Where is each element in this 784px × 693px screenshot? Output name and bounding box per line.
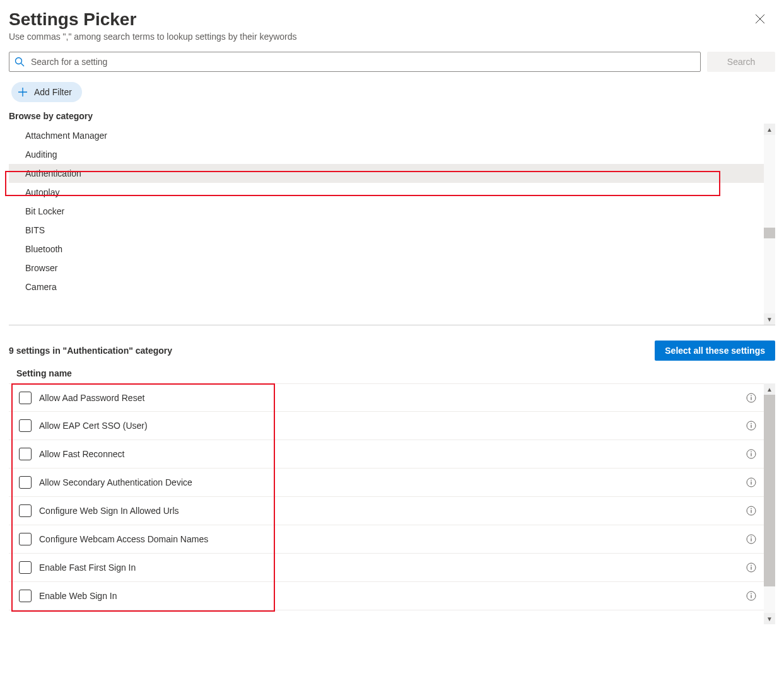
- svg-rect-19: [751, 539, 751, 542]
- setting-label: Allow Aad Password Reset: [39, 393, 746, 403]
- svg-rect-22: [751, 567, 751, 570]
- search-button[interactable]: Search: [707, 52, 775, 72]
- svg-point-3: [751, 395, 752, 396]
- page-title: Settings Picker: [9, 9, 136, 30]
- info-icon[interactable]: [746, 562, 756, 573]
- svg-line-1: [21, 64, 25, 67]
- svg-rect-7: [751, 425, 751, 428]
- close-icon[interactable]: [755, 14, 765, 24]
- setting-checkbox[interactable]: [19, 504, 32, 517]
- setting-checkbox[interactable]: [19, 590, 32, 602]
- svg-rect-25: [751, 595, 751, 598]
- setting-label: Allow EAP Cert SSO (User): [39, 421, 746, 431]
- setting-row[interactable]: Enable Fast First Sign In: [9, 554, 764, 582]
- browse-by-category-label: Browse by category: [9, 111, 775, 121]
- scroll-track[interactable]: [764, 395, 775, 613]
- results-count-label: 9 settings in "Authentication" category: [9, 346, 172, 356]
- setting-name-column-header: Setting name: [9, 368, 775, 378]
- setting-label: Enable Fast First Sign In: [39, 562, 746, 573]
- scroll-up-arrow-icon[interactable]: ▲: [764, 124, 775, 135]
- plus-icon: [18, 87, 28, 97]
- svg-rect-16: [751, 510, 751, 513]
- category-item[interactable]: Attachment Manager: [9, 126, 764, 145]
- info-icon[interactable]: [746, 506, 756, 516]
- category-item[interactable]: Bluetooth: [9, 240, 764, 259]
- setting-row[interactable]: Allow Secondary Authentication Device: [9, 469, 764, 497]
- search-input[interactable]: [30, 53, 695, 71]
- svg-rect-4: [751, 397, 751, 400]
- setting-checkbox[interactable]: [19, 533, 32, 545]
- setting-row[interactable]: Allow EAP Cert SSO (User): [9, 412, 764, 440]
- category-item[interactable]: Camera: [9, 277, 764, 296]
- add-filter-button[interactable]: Add Filter: [11, 82, 82, 102]
- category-scrollbar[interactable]: ▲ ▼: [764, 124, 775, 325]
- setting-label: Allow Fast Reconnect: [39, 449, 746, 459]
- svg-point-24: [751, 593, 752, 595]
- svg-point-9: [751, 451, 752, 453]
- svg-rect-10: [751, 453, 751, 457]
- scroll-thumb[interactable]: [764, 395, 775, 586]
- info-icon[interactable]: [746, 449, 756, 459]
- add-filter-label: Add Filter: [34, 87, 72, 97]
- settings-scrollbar[interactable]: ▲ ▼: [764, 383, 775, 624]
- svg-point-21: [751, 565, 752, 566]
- category-list: Attachment ManagerAuditingAuthentication…: [9, 124, 764, 325]
- setting-checkbox[interactable]: [19, 448, 32, 460]
- scroll-up-arrow-icon[interactable]: ▲: [764, 383, 775, 395]
- scroll-down-arrow-icon[interactable]: ▼: [764, 613, 775, 624]
- svg-rect-13: [751, 482, 751, 485]
- setting-row[interactable]: Configure Web Sign In Allowed Urls: [9, 497, 764, 525]
- info-icon[interactable]: [746, 393, 756, 403]
- svg-point-0: [16, 58, 22, 64]
- info-icon[interactable]: [746, 477, 756, 487]
- setting-checkbox[interactable]: [19, 476, 32, 489]
- category-item[interactable]: Bit Locker: [9, 202, 764, 221]
- search-box[interactable]: [9, 52, 701, 72]
- search-icon: [15, 57, 25, 67]
- category-item[interactable]: Authentication: [9, 164, 764, 183]
- select-all-button[interactable]: Select all these settings: [655, 341, 775, 361]
- scroll-thumb[interactable]: [764, 228, 775, 238]
- setting-row[interactable]: Allow Fast Reconnect: [9, 440, 764, 469]
- category-item[interactable]: Autoplay: [9, 183, 764, 202]
- setting-checkbox[interactable]: [19, 561, 32, 574]
- category-item[interactable]: BITS: [9, 221, 764, 240]
- page-subtitle: Use commas "," among search terms to loo…: [9, 32, 775, 42]
- info-icon[interactable]: [746, 421, 756, 431]
- info-icon[interactable]: [746, 534, 756, 544]
- setting-label: Allow Secondary Authentication Device: [39, 477, 746, 487]
- setting-label: Enable Web Sign In: [39, 591, 746, 601]
- setting-row[interactable]: Configure Webcam Access Domain Names: [9, 525, 764, 554]
- svg-point-15: [751, 508, 752, 510]
- svg-point-12: [751, 480, 752, 481]
- category-item[interactable]: Browser: [9, 259, 764, 277]
- setting-label: Configure Webcam Access Domain Names: [39, 534, 746, 544]
- scroll-track[interactable]: [764, 135, 775, 313]
- svg-point-6: [751, 423, 752, 424]
- svg-point-18: [751, 537, 752, 538]
- category-item[interactable]: Auditing: [9, 145, 764, 164]
- setting-checkbox[interactable]: [19, 419, 32, 432]
- setting-label: Configure Web Sign In Allowed Urls: [39, 506, 746, 516]
- settings-list: Allow Aad Password ResetAllow EAP Cert S…: [9, 383, 764, 624]
- setting-row[interactable]: Allow Aad Password Reset: [9, 383, 764, 412]
- setting-row[interactable]: Enable Web Sign In: [9, 582, 764, 610]
- setting-checkbox[interactable]: [19, 392, 32, 404]
- scroll-down-arrow-icon[interactable]: ▼: [764, 313, 775, 325]
- info-icon[interactable]: [746, 591, 756, 601]
